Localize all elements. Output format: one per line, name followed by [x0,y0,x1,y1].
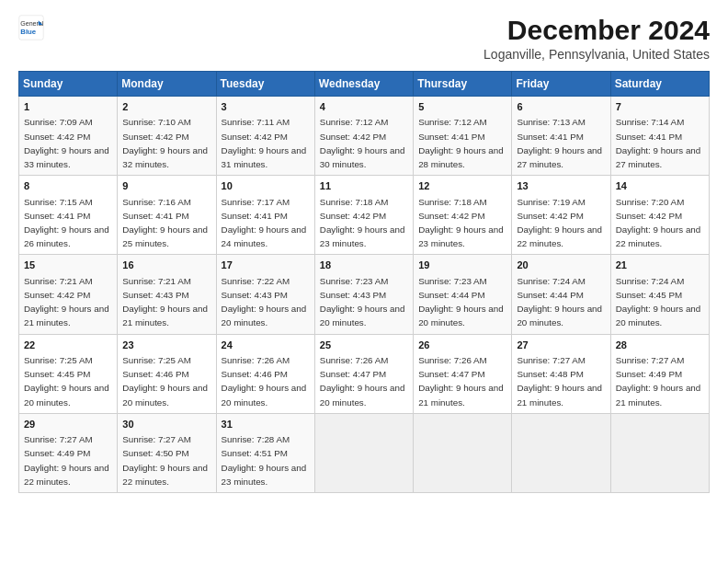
top-section: General Blue December 2024 Loganville, P… [18,15,710,62]
day-number: 16 [122,259,210,272]
day-info: Sunrise: 7:26 AMSunset: 4:46 PMDaylight:… [222,355,307,408]
calendar-cell: 24 Sunrise: 7:26 AMSunset: 4:46 PMDaylig… [216,334,314,413]
col-sunday: Sunday [19,72,118,97]
day-info: Sunrise: 7:21 AMSunset: 4:42 PMDaylight:… [24,276,109,328]
day-number: 3 [222,100,310,114]
day-info: Sunrise: 7:24 AMSunset: 4:45 PMDaylight:… [616,276,701,328]
day-info: Sunrise: 7:27 AMSunset: 4:49 PMDaylight:… [24,434,109,487]
day-number: 22 [24,339,112,352]
logo-icon: General Blue [18,15,44,40]
day-info: Sunrise: 7:23 AMSunset: 4:44 PMDaylight:… [418,276,504,328]
day-number: 15 [24,259,112,272]
day-number: 9 [122,179,210,193]
calendar-cell: 28 Sunrise: 7:27 AMSunset: 4:49 PMDaylig… [610,334,709,413]
day-info: Sunrise: 7:21 AMSunset: 4:43 PMDaylight:… [122,276,208,328]
calendar-cell: 17 Sunrise: 7:22 AMSunset: 4:43 PMDaylig… [216,255,314,334]
day-number: 21 [616,259,704,272]
week-row-2: 8 Sunrise: 7:15 AMSunset: 4:41 PMDayligh… [19,176,710,255]
day-info: Sunrise: 7:18 AMSunset: 4:42 PMDaylight:… [418,197,504,249]
calendar-cell: 16 Sunrise: 7:21 AMSunset: 4:43 PMDaylig… [118,255,216,334]
day-number: 4 [320,100,408,114]
col-tuesday: Tuesday [216,72,314,97]
day-number: 5 [418,100,506,114]
calendar-cell: 11 Sunrise: 7:18 AMSunset: 4:42 PMDaylig… [314,176,413,255]
main-title: December 2024 [483,15,710,45]
svg-text:Blue: Blue [20,28,37,36]
day-number: 30 [122,418,210,431]
day-info: Sunrise: 7:23 AMSunset: 4:43 PMDaylight:… [320,276,405,328]
day-info: Sunrise: 7:25 AMSunset: 4:46 PMDaylight:… [122,355,208,408]
calendar-cell: 20 Sunrise: 7:24 AMSunset: 4:44 PMDaylig… [512,255,610,334]
title-section: December 2024 Loganville, Pennsylvania, … [483,15,710,62]
day-number: 23 [122,339,210,352]
day-number: 26 [418,339,506,352]
col-thursday: Thursday [414,72,512,97]
day-number: 8 [24,179,112,193]
day-number: 12 [418,179,506,193]
day-info: Sunrise: 7:15 AMSunset: 4:41 PMDaylight:… [24,197,109,249]
day-number: 17 [222,259,310,272]
col-wednesday: Wednesday [314,72,413,97]
week-row-4: 22 Sunrise: 7:25 AMSunset: 4:45 PMDaylig… [19,334,710,413]
day-number: 10 [222,179,310,193]
page: General Blue December 2024 Loganville, P… [0,0,728,563]
day-info: Sunrise: 7:28 AMSunset: 4:51 PMDaylight:… [222,434,307,487]
calendar-header: Sunday Monday Tuesday Wednesday Thursday… [19,72,710,97]
day-info: Sunrise: 7:27 AMSunset: 4:49 PMDaylight:… [616,355,701,408]
day-number: 31 [222,418,310,431]
day-info: Sunrise: 7:10 AMSunset: 4:42 PMDaylight:… [122,117,208,169]
day-number: 13 [517,179,605,193]
calendar-cell: 14 Sunrise: 7:20 AMSunset: 4:42 PMDaylig… [610,176,709,255]
calendar-cell: 5 Sunrise: 7:12 AMSunset: 4:41 PMDayligh… [414,97,512,176]
day-number: 28 [616,339,704,352]
day-number: 2 [122,100,210,114]
day-number: 18 [320,259,408,272]
day-info: Sunrise: 7:17 AMSunset: 4:41 PMDaylight:… [222,197,307,249]
day-info: Sunrise: 7:18 AMSunset: 4:42 PMDaylight:… [320,197,405,249]
calendar-cell [414,413,512,492]
calendar-cell: 7 Sunrise: 7:14 AMSunset: 4:41 PMDayligh… [610,97,709,176]
calendar-cell: 13 Sunrise: 7:19 AMSunset: 4:42 PMDaylig… [512,176,610,255]
day-number: 19 [418,259,506,272]
day-number: 29 [24,418,112,431]
day-info: Sunrise: 7:25 AMSunset: 4:45 PMDaylight:… [24,355,109,408]
header-row: Sunday Monday Tuesday Wednesday Thursday… [19,72,710,97]
week-row-1: 1 Sunrise: 7:09 AMSunset: 4:42 PMDayligh… [19,97,710,176]
subtitle: Loganville, Pennsylvania, United States [483,47,710,62]
day-info: Sunrise: 7:26 AMSunset: 4:47 PMDaylight:… [418,355,504,408]
week-row-5: 29 Sunrise: 7:27 AMSunset: 4:49 PMDaylig… [19,413,710,492]
calendar-cell: 31 Sunrise: 7:28 AMSunset: 4:51 PMDaylig… [216,413,314,492]
day-info: Sunrise: 7:24 AMSunset: 4:44 PMDaylight:… [517,276,602,328]
day-number: 24 [222,339,310,352]
calendar-cell: 6 Sunrise: 7:13 AMSunset: 4:41 PMDayligh… [512,97,610,176]
day-info: Sunrise: 7:26 AMSunset: 4:47 PMDaylight:… [320,355,405,408]
calendar-cell [314,413,413,492]
day-info: Sunrise: 7:11 AMSunset: 4:42 PMDaylight:… [222,117,307,169]
day-info: Sunrise: 7:19 AMSunset: 4:42 PMDaylight:… [517,197,602,249]
calendar-cell: 8 Sunrise: 7:15 AMSunset: 4:41 PMDayligh… [19,176,118,255]
calendar-cell: 27 Sunrise: 7:27 AMSunset: 4:48 PMDaylig… [512,334,610,413]
day-info: Sunrise: 7:09 AMSunset: 4:42 PMDaylight:… [24,117,109,169]
day-number: 25 [320,339,408,352]
calendar-cell: 29 Sunrise: 7:27 AMSunset: 4:49 PMDaylig… [19,413,118,492]
calendar-cell [512,413,610,492]
col-friday: Friday [512,72,610,97]
day-number: 27 [517,339,605,352]
calendar-cell: 26 Sunrise: 7:26 AMSunset: 4:47 PMDaylig… [414,334,512,413]
calendar-cell [610,413,709,492]
calendar-cell: 4 Sunrise: 7:12 AMSunset: 4:42 PMDayligh… [314,97,413,176]
calendar-cell: 30 Sunrise: 7:27 AMSunset: 4:50 PMDaylig… [118,413,216,492]
day-info: Sunrise: 7:27 AMSunset: 4:50 PMDaylight:… [122,434,208,487]
calendar-cell: 25 Sunrise: 7:26 AMSunset: 4:47 PMDaylig… [314,334,413,413]
day-info: Sunrise: 7:20 AMSunset: 4:42 PMDaylight:… [616,197,701,249]
calendar-cell: 22 Sunrise: 7:25 AMSunset: 4:45 PMDaylig… [19,334,118,413]
day-info: Sunrise: 7:13 AMSunset: 4:41 PMDaylight:… [517,117,602,169]
calendar-cell: 12 Sunrise: 7:18 AMSunset: 4:42 PMDaylig… [414,176,512,255]
day-number: 11 [320,179,408,193]
calendar-body: 1 Sunrise: 7:09 AMSunset: 4:42 PMDayligh… [19,97,710,493]
col-saturday: Saturday [610,72,709,97]
calendar-cell: 21 Sunrise: 7:24 AMSunset: 4:45 PMDaylig… [610,255,709,334]
calendar-cell: 10 Sunrise: 7:17 AMSunset: 4:41 PMDaylig… [216,176,314,255]
day-number: 7 [616,100,704,114]
day-number: 20 [517,259,605,272]
